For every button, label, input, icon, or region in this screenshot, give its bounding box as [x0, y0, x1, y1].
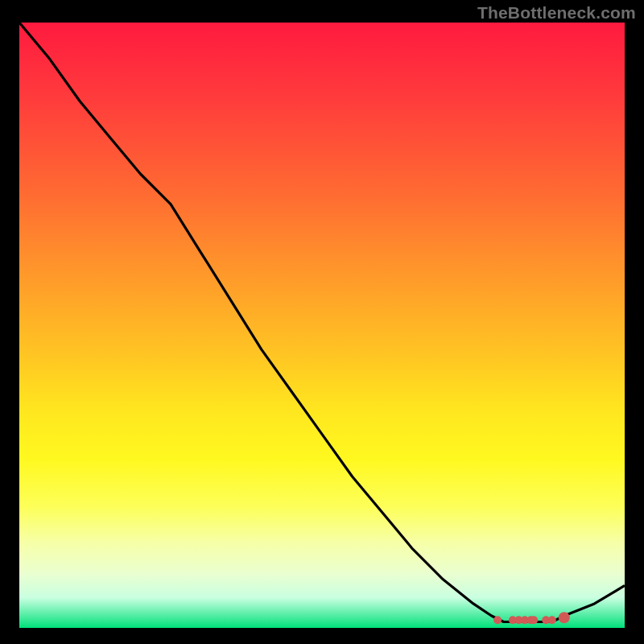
data-point-marker: [493, 616, 502, 624]
bottleneck-curve: [19, 23, 625, 622]
data-point-marker: [530, 616, 538, 624]
data-point-marker: [548, 616, 556, 624]
chart-overlay: [19, 23, 625, 628]
data-point-marker: [559, 612, 570, 623]
plot-area: [19, 23, 625, 628]
watermark-label: TheBottleneck.com: [477, 3, 636, 23]
chart-stage: TheBottleneck.com: [0, 0, 644, 644]
